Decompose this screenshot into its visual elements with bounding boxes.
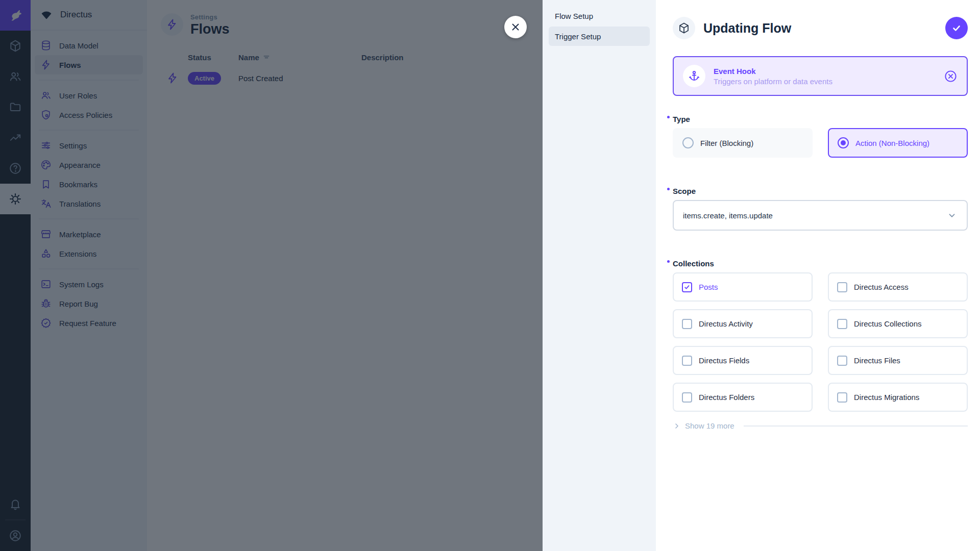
deselect-trigger-button[interactable] <box>944 69 958 83</box>
checkbox-icon <box>837 392 847 403</box>
scope-value: items.create, items.update <box>683 211 773 220</box>
collections-label: Collections <box>673 259 714 268</box>
collection-directus-folders[interactable]: Directus Folders <box>673 383 813 412</box>
save-button[interactable] <box>945 17 968 39</box>
chevron-down-icon <box>946 210 958 221</box>
checkbox-icon <box>682 319 692 329</box>
collections-grid: Posts Directus Access Directus Activity … <box>673 272 968 412</box>
cube-icon <box>678 22 690 34</box>
checkbox-icon <box>837 356 847 366</box>
close-icon <box>510 21 521 33</box>
checkbox-icon <box>837 319 847 329</box>
collection-directus-fields[interactable]: Directus Fields <box>673 346 813 375</box>
show-more-button[interactable]: Show 19 more <box>673 421 968 430</box>
scope-select[interactable]: items.create, items.update <box>673 200 968 231</box>
divider-line <box>744 425 968 427</box>
type-option-label: Filter (Blocking) <box>700 139 753 147</box>
scope-label: Scope <box>673 187 696 195</box>
drawer-nav-flow-setup[interactable]: Flow Setup <box>549 6 650 26</box>
close-drawer-button[interactable] <box>504 16 527 38</box>
drawer-title: Updating Flow <box>703 21 791 36</box>
drawer-main: Updating Flow Event Hook Triggers on pla… <box>656 0 980 551</box>
radio-unselected-icon <box>682 137 694 148</box>
drawer-header-icon <box>673 17 695 39</box>
collection-directus-collections[interactable]: Directus Collections <box>828 309 968 338</box>
drawer-backdrop[interactable] <box>0 0 543 551</box>
type-option-action[interactable]: Action (Non-Blocking) <box>828 128 968 158</box>
checkbox-icon <box>837 282 847 292</box>
collection-directus-activity[interactable]: Directus Activity <box>673 309 813 338</box>
trigger-type-title: Event Hook <box>714 67 832 76</box>
drawer-nav: Flow Setup Trigger Setup <box>543 0 656 551</box>
show-more-label: Show 19 more <box>685 421 734 430</box>
drawer-nav-trigger-setup[interactable]: Trigger Setup <box>549 27 650 46</box>
updating-flow-drawer: Flow Setup Trigger Setup Updating Flow E… <box>543 0 980 551</box>
type-label: Type <box>673 115 690 123</box>
check-icon <box>950 22 963 34</box>
chevron-right-icon <box>673 422 681 430</box>
collection-directus-migrations[interactable]: Directus Migrations <box>828 383 968 412</box>
checkbox-icon <box>682 356 692 366</box>
event-hook-banner: Event Hook Triggers on platform or data … <box>673 56 968 96</box>
trigger-type-subtitle: Triggers on platform or data events <box>714 77 832 86</box>
cancel-circle-icon <box>944 69 958 83</box>
anchor-icon <box>683 65 705 87</box>
checkbox-checked-icon <box>682 282 692 292</box>
collection-directus-files[interactable]: Directus Files <box>828 346 968 375</box>
checkbox-icon <box>682 392 692 403</box>
radio-selected-icon <box>838 137 849 148</box>
type-option-filter[interactable]: Filter (Blocking) <box>673 128 813 158</box>
type-option-label: Action (Non-Blocking) <box>855 139 929 147</box>
collection-posts[interactable]: Posts <box>673 272 813 302</box>
collection-directus-access[interactable]: Directus Access <box>828 272 968 302</box>
